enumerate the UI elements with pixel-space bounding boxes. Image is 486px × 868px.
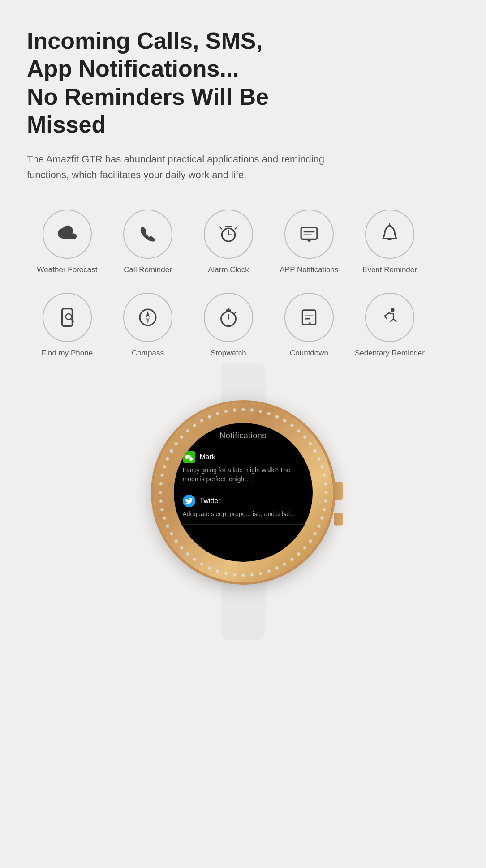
svg-point-42	[317, 524, 321, 528]
svg-point-29	[290, 423, 293, 427]
svg-point-33	[313, 449, 317, 453]
svg-point-50	[267, 569, 271, 573]
sedentary-reminder-icon-circle	[365, 293, 414, 342]
svg-point-74	[174, 442, 178, 445]
countdown-icon	[297, 306, 321, 329]
svg-rect-7	[62, 309, 73, 326]
svg-point-72	[165, 457, 169, 461]
svg-point-82	[232, 408, 236, 412]
svg-point-24	[250, 408, 254, 412]
svg-point-61	[180, 546, 183, 550]
features-grid: Weather Forecast Call Reminder Alarm Clo…	[27, 210, 459, 376]
watch-display-section: // We'll draw dots via JS below Notifica…	[27, 403, 459, 582]
svg-marker-11	[146, 311, 150, 317]
stopwatch-label: Stopwatch	[211, 348, 246, 358]
svg-point-18	[228, 308, 230, 311]
stopwatch-icon	[217, 306, 240, 329]
svg-point-35	[320, 465, 323, 469]
notification-icon	[297, 222, 321, 246]
weather-forecast-label: Weather Forecast	[37, 265, 98, 275]
event-reminder-label: Event Reminder	[362, 265, 417, 275]
svg-point-22	[391, 308, 394, 312]
sedentary-icon	[378, 306, 401, 329]
svg-point-79	[207, 415, 211, 419]
page-description: The Amazfit GTR has abundant practical a…	[27, 151, 340, 183]
watch-case: // We'll draw dots via JS below Notifica…	[154, 403, 333, 582]
svg-point-43	[313, 532, 317, 536]
svg-point-44	[308, 539, 312, 543]
compass-label: Compass	[132, 348, 164, 358]
svg-point-46	[297, 552, 300, 556]
watch-band-bottom	[221, 577, 266, 640]
svg-point-26	[267, 412, 271, 415]
call-reminder-label: Call Reminder	[124, 265, 172, 275]
svg-rect-3	[301, 227, 317, 239]
feature-compass: Compass	[108, 293, 188, 358]
svg-point-65	[163, 516, 166, 520]
feature-find-my-phone: Find my Phone	[27, 293, 108, 358]
headline-line1: Incoming Calls, SMS,	[27, 28, 262, 54]
feature-sedentary-reminder: Sedentary Reminder	[349, 293, 430, 358]
feature-stopwatch: Stopwatch	[188, 293, 269, 358]
findphone-icon	[56, 306, 79, 329]
svg-point-31	[303, 435, 306, 439]
svg-point-63	[169, 532, 173, 536]
svg-point-48	[283, 562, 286, 566]
countdown-icon-circle	[284, 293, 334, 342]
alarm-icon	[217, 222, 240, 246]
svg-point-49	[275, 566, 279, 570]
svg-line-17	[234, 312, 236, 314]
svg-point-71	[163, 465, 166, 469]
svg-point-30	[297, 429, 300, 433]
svg-point-55	[224, 572, 228, 575]
diamond-bezel: // We'll draw dots via JS below	[154, 403, 333, 582]
svg-point-54	[232, 573, 236, 577]
svg-point-37	[323, 482, 327, 486]
svg-point-39	[323, 499, 327, 503]
svg-point-32	[308, 442, 312, 445]
svg-point-60	[186, 552, 189, 556]
svg-point-23	[241, 408, 245, 411]
headline-line3: No Reminders Will Be Missed	[27, 84, 269, 137]
svg-point-52	[250, 573, 254, 577]
svg-point-64	[165, 524, 169, 528]
feature-event-reminder: Event Reminder	[349, 210, 430, 275]
svg-point-81	[224, 410, 228, 413]
svg-point-69	[159, 482, 163, 486]
svg-point-47	[290, 558, 293, 561]
svg-point-36	[322, 474, 326, 477]
svg-point-34	[317, 457, 321, 461]
svg-point-28	[283, 419, 286, 423]
watch-side-button	[334, 513, 343, 526]
svg-point-75	[180, 435, 183, 439]
watch-crown-button	[334, 482, 343, 500]
svg-marker-12	[146, 317, 150, 324]
svg-point-66	[160, 508, 164, 512]
compass-icon-circle	[123, 293, 172, 342]
feature-countdown: Countdown	[269, 293, 349, 358]
feature-app-notifications: APP Notifications	[269, 210, 349, 275]
find-my-phone-label: Find my Phone	[42, 348, 93, 358]
svg-point-57	[207, 566, 211, 570]
svg-point-58	[200, 562, 203, 566]
sedentary-reminder-label: Sedentary Reminder	[355, 348, 425, 358]
headline-line2: App Notifications...	[27, 56, 239, 81]
feature-call-reminder: Call Reminder	[108, 210, 188, 275]
svg-point-67	[159, 499, 163, 503]
svg-point-70	[160, 474, 164, 477]
svg-point-62	[174, 539, 178, 543]
app-notifications-icon-circle	[284, 210, 334, 259]
svg-point-45	[303, 546, 306, 550]
watch-band-top	[221, 363, 266, 407]
svg-point-73	[169, 449, 173, 453]
find-my-phone-icon-circle	[43, 293, 92, 342]
svg-point-77	[193, 423, 196, 427]
stopwatch-icon-circle	[204, 293, 253, 342]
weather-forecast-icon-circle	[43, 210, 92, 259]
bell-icon	[378, 222, 401, 246]
svg-point-68	[159, 491, 162, 494]
compass-icon	[136, 306, 159, 329]
svg-point-78	[200, 419, 203, 423]
svg-point-80	[215, 412, 219, 415]
svg-point-25	[258, 410, 262, 413]
